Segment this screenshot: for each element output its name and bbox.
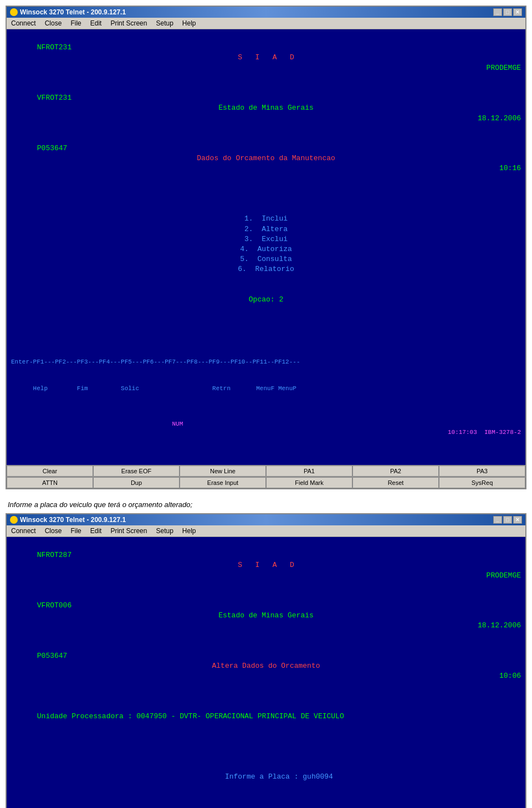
siad-label-1: S I A D	[238, 53, 294, 63]
terminal-empty-2-1	[11, 692, 521, 702]
menu-file-2[interactable]: File	[68, 526, 83, 535]
terminal-empty-7	[11, 315, 521, 325]
reset-button-1[interactable]: Reset	[352, 477, 439, 488]
menu-item-1: 1. Inclui	[11, 214, 521, 224]
window-icon-2	[10, 516, 18, 524]
funckey-bar-1: Enter-PF1---PF2---PF3---PF4---PF5---PF6-…	[7, 339, 525, 465]
dup-button-1[interactable]: Dup	[93, 477, 180, 488]
p-label-2: P053647	[37, 652, 68, 660]
siad-label-2: S I A D	[238, 560, 294, 570]
sysreq-button-1[interactable]: SysReq	[439, 477, 525, 488]
menubar-1: Connect Close File Edit Print Screen Set…	[7, 18, 525, 29]
terminal-empty-6	[11, 305, 521, 315]
terminal-1: NFROT231 S I A D PRODEMGE VFROT231 Estad…	[7, 29, 525, 339]
time-label-1: 10:16	[499, 163, 521, 173]
terminal-empty-5	[11, 285, 521, 295]
terminal-line-2-3: P053647 Altera Dados do Orcamento 10:06	[11, 641, 521, 692]
opcao-line-1: Opcao: 2	[11, 295, 521, 305]
between-text-1: Informe a placa do veiculo que terá o or…	[6, 496, 526, 513]
menu-file-1[interactable]: File	[68, 19, 83, 28]
terminal-empty-8	[11, 325, 521, 335]
terminal-empty-2-3	[11, 742, 521, 752]
prodemge-label-2: PRODEMGE	[487, 571, 521, 581]
menu-edit-2[interactable]: Edit	[88, 526, 104, 535]
terminal-empty-2	[11, 194, 521, 204]
menu-close-1[interactable]: Close	[43, 19, 64, 28]
terminal-line-2: VFROT231 Estado de Minas Gerais 18.12.20…	[11, 83, 521, 134]
between-text-1-content: Informe a placa do veiculo que terá o or…	[8, 500, 192, 509]
menu-item-3: 3. Exclui	[11, 234, 521, 244]
maximize-button-1[interactable]: □	[503, 8, 512, 16]
maximize-button-2[interactable]: □	[503, 516, 512, 524]
menu-edit-1[interactable]: Edit	[88, 19, 104, 28]
prodemge-label-1: PRODEMGE	[487, 63, 521, 73]
close-button-1[interactable]: ✕	[513, 8, 522, 16]
terminal-empty-2-4	[11, 752, 521, 762]
terminal-empty-4	[11, 275, 521, 285]
date-label-2: 18.12.2006	[478, 621, 521, 631]
terminal-2: NFROT287 S I A D PRODEMGE VFROT006 Estad…	[7, 537, 525, 808]
nfrot-label-1: NFROT231	[37, 43, 71, 52]
terminal-empty-3	[11, 204, 521, 214]
erase-eof-button-1[interactable]: Erase EOF	[93, 466, 180, 477]
terminal-empty-1	[11, 184, 521, 194]
funckey-line-2: Help Fim Solic Retrn MenuF MenuP	[11, 385, 521, 393]
menu-connect-2[interactable]: Connect	[9, 526, 38, 535]
vfrot-label-1: VFROT231	[37, 94, 71, 102]
time-label-2: 10:06	[499, 671, 521, 681]
menu-connect-1[interactable]: Connect	[9, 19, 38, 28]
button-row-1: Clear Erase EOF New Line PA1 PA2 PA3	[7, 465, 525, 477]
menu-printscreen-1[interactable]: Print Screen	[108, 19, 149, 28]
dados-label-1: Dados do Orcamento da Manutencao	[197, 154, 335, 163]
timestamp-label-1: 10:17:03 IBM-3278-2	[448, 428, 521, 437]
menubar-2: Connect Close File Edit Print Screen Set…	[7, 525, 525, 537]
window-1: Winsock 3270 Telnet - 200.9.127.1 _ □ ✕ …	[6, 6, 526, 489]
menu-item-2: 2. Altera	[11, 224, 521, 234]
terminal-line-2-2: VFROT006 Estado de Minas Gerais 18.12.20…	[11, 591, 521, 641]
menu-item-6: 6. Relatorio	[11, 264, 521, 274]
window-icon-1	[10, 8, 18, 16]
menu-item-4: 4. Autoriza	[11, 244, 521, 254]
clear-button-1[interactable]: Clear	[7, 466, 93, 477]
window-title-2: Winsock 3270 Telnet - 200.9.127.1	[20, 516, 126, 524]
vfrot-label-2: VFROT006	[37, 601, 71, 610]
estado-label-2: Estado de Minas Gerais	[218, 611, 314, 621]
menu-printscreen-2[interactable]: Print Screen	[108, 526, 149, 535]
window-controls-1: _ □ ✕	[493, 8, 522, 16]
window-2: Winsock 3270 Telnet - 200.9.127.1 _ □ ✕ …	[6, 513, 526, 808]
pa2-button-1[interactable]: PA2	[352, 466, 439, 477]
minimize-button-1[interactable]: _	[493, 8, 502, 16]
p-label-1: P053647	[37, 144, 68, 152]
field-mark-button-1[interactable]: Field Mark	[266, 477, 352, 488]
terminal-empty-2-5	[11, 792, 521, 802]
minimize-button-2[interactable]: _	[493, 516, 502, 524]
informe-line-2: Informe a Placa : guh0094	[11, 762, 521, 792]
menu-help-1[interactable]: Help	[180, 19, 198, 28]
terminal-empty-2-6	[11, 802, 521, 808]
estado-label-1: Estado de Minas Gerais	[218, 103, 314, 113]
menu-help-2[interactable]: Help	[180, 526, 198, 535]
window-controls-2: _ □ ✕	[493, 516, 522, 524]
unidade-line-2: Unidade Processadora : 0047950 - DVTR- O…	[11, 702, 521, 732]
attn-button-1[interactable]: ATTN	[7, 477, 93, 488]
terminal-line-3: P053647 Dados do Orcamento da Manutencao…	[11, 134, 521, 184]
nfrot-label-2: NFROT287	[37, 551, 71, 559]
titlebar-2: Winsock 3270 Telnet - 200.9.127.1 _ □ ✕	[7, 514, 525, 525]
num-label-1: NUM	[33, 421, 183, 427]
close-button-2[interactable]: ✕	[513, 516, 522, 524]
terminal-empty-2-2	[11, 732, 521, 742]
titlebar-1: Winsock 3270 Telnet - 200.9.127.1 _ □ ✕	[7, 7, 525, 18]
button-row-2: ATTN Dup Erase Input Field Mark Reset Sy…	[7, 477, 525, 488]
menu-setup-2[interactable]: Setup	[154, 526, 175, 535]
terminal-line-1: NFROT231 S I A D PRODEMGE	[11, 33, 521, 83]
menu-close-2[interactable]: Close	[43, 526, 64, 535]
funckey-line-3: NUM 10:17:03 IBM-3278-2	[11, 411, 521, 446]
erase-input-button-1[interactable]: Erase Input	[180, 477, 266, 488]
new-line-button-1[interactable]: New Line	[180, 466, 266, 477]
terminal-line-2-1: NFROT287 S I A D PRODEMGE	[11, 540, 521, 591]
window-title-1: Winsock 3270 Telnet - 200.9.127.1	[20, 8, 126, 16]
menu-setup-1[interactable]: Setup	[154, 19, 175, 28]
altera-label-2: Altera Dados do Orcamento	[212, 661, 320, 671]
pa3-button-1[interactable]: PA3	[439, 466, 525, 477]
pa1-button-1[interactable]: PA1	[266, 466, 352, 477]
